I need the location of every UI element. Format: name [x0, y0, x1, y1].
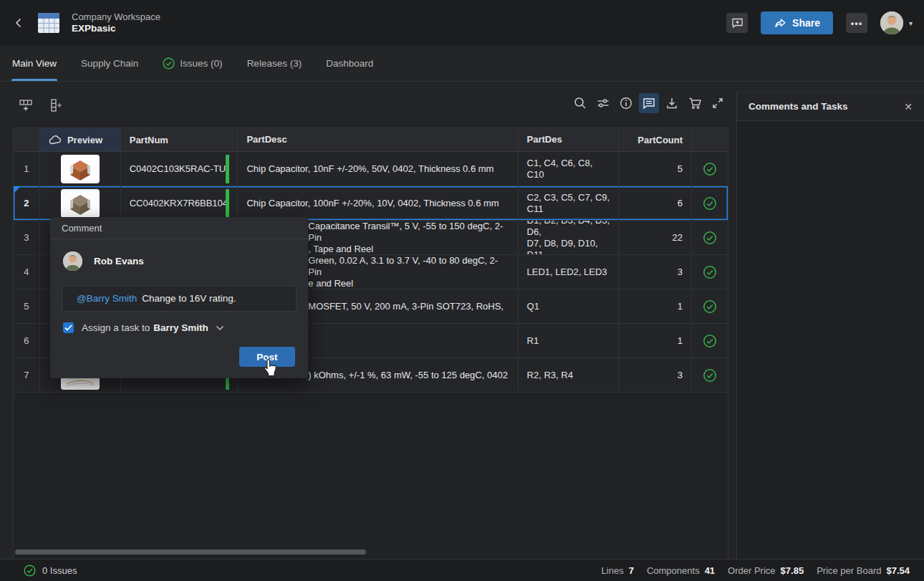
- part-count-cell[interactable]: 5: [619, 152, 692, 186]
- check-circle-icon: [703, 231, 717, 245]
- filter-button[interactable]: [593, 93, 613, 113]
- part-description-cell[interactable]: Chip Capacitor, 100nF +/-20%, 10V, 0402,…: [238, 186, 518, 220]
- download-button[interactable]: [662, 93, 682, 113]
- header-row-number[interactable]: [14, 128, 40, 151]
- part-designators-cell[interactable]: C1, C4, C6, C8, C10: [519, 152, 620, 186]
- stat-value: $7.85: [781, 565, 804, 576]
- back-button[interactable]: [6, 10, 32, 36]
- avatar-photo: [880, 11, 903, 34]
- part-number-cell[interactable]: C0402C103K5RAC-TU: [121, 152, 239, 186]
- assign-task-checkbox[interactable]: [63, 322, 74, 333]
- add-column-icon: [48, 97, 64, 113]
- post-button[interactable]: Post: [239, 347, 295, 367]
- add-row-button[interactable]: [16, 95, 36, 115]
- part-designators-cell[interactable]: D1, D2, D3, D4, D5, D6, D7, D8, D9, D10,…: [519, 221, 620, 254]
- stat-value: 41: [705, 565, 715, 576]
- search-button[interactable]: [570, 93, 590, 113]
- part-count-cell[interactable]: 3: [619, 255, 692, 289]
- topbar-actions: Share ••• ▾: [726, 11, 913, 34]
- part-designators-cell[interactable]: R2, R3, R4: [519, 358, 620, 392]
- comment-input[interactable]: @Barry Smith Change to 16V rating.: [62, 285, 297, 312]
- stat-label: Lines: [602, 565, 624, 576]
- comment-text: Change to 16V rating.: [142, 293, 236, 304]
- close-panel-button[interactable]: ✕: [904, 101, 913, 112]
- info-icon: [619, 96, 633, 110]
- header-partcount[interactable]: PartCount: [619, 128, 692, 151]
- search-icon: [573, 96, 587, 110]
- row-number: 1: [14, 152, 40, 186]
- comment-add-icon: [731, 17, 743, 29]
- header-partnum[interactable]: PartNum: [121, 128, 239, 151]
- row-check-cell[interactable]: [692, 221, 728, 254]
- add-comment-button[interactable]: [726, 13, 748, 33]
- header-partdes[interactable]: PartDes: [519, 128, 620, 151]
- part-count-cell[interactable]: 1: [619, 289, 692, 323]
- mention-link[interactable]: @Barry Smith: [77, 293, 137, 304]
- part-preview-cell[interactable]: [40, 152, 121, 186]
- assignee-dropdown[interactable]: [216, 325, 224, 331]
- more-options-button[interactable]: •••: [846, 13, 867, 33]
- comments-button[interactable]: [639, 93, 659, 113]
- stat-price-per-board: Price per Board$7.54: [817, 565, 910, 576]
- tab-issues[interactable]: Issues (0): [162, 46, 223, 81]
- issues-summary[interactable]: 0 Issues: [24, 565, 77, 577]
- header-status[interactable]: [692, 128, 728, 151]
- part-preview-image: [61, 155, 100, 183]
- header-preview[interactable]: Preview: [40, 128, 121, 151]
- check-circle-icon: [703, 196, 717, 211]
- tab-label: Supply Chain: [81, 58, 138, 69]
- user-avatar[interactable]: [880, 11, 903, 34]
- check-circle-icon: [24, 565, 36, 577]
- part-count-cell[interactable]: 1: [619, 324, 692, 357]
- part-preview-cell[interactable]: [40, 186, 121, 220]
- row-check-cell[interactable]: [692, 186, 728, 220]
- row-number: 4: [14, 255, 40, 289]
- table-row[interactable]: 2CC0402KRX7R6BB104Chip Capacitor, 100nF …: [14, 186, 728, 221]
- stat-components: Components41: [647, 565, 715, 576]
- checkmark-icon: [64, 325, 72, 331]
- row-check-cell[interactable]: [692, 152, 728, 186]
- part-count-cell[interactable]: 6: [619, 186, 692, 220]
- part-count-cell[interactable]: 22: [619, 221, 692, 254]
- table-row[interactable]: 1C0402C103K5RAC-TUChip Capacitor, 10nF +…: [14, 152, 728, 186]
- toolbar-right: [570, 93, 728, 113]
- comment-author: Rob Evans: [63, 251, 144, 271]
- part-designators-cell[interactable]: C2, C3, C5, C7, C9, C11: [519, 186, 620, 220]
- row-check-cell[interactable]: [692, 358, 728, 392]
- stat-lines: Lines7: [602, 565, 634, 576]
- tab-dashboard[interactable]: Dashboard: [325, 46, 374, 81]
- share-label: Share: [792, 17, 820, 29]
- workspace-logo[interactable]: [37, 12, 60, 34]
- horizontal-scrollbar[interactable]: [15, 549, 366, 554]
- part-designators-cell[interactable]: Q1: [519, 289, 620, 323]
- tab-label: Dashboard: [326, 58, 373, 69]
- add-column-button[interactable]: [46, 95, 66, 115]
- header-partdesc[interactable]: PartDesc: [238, 128, 518, 151]
- account-menu-caret[interactable]: ▾: [909, 19, 913, 27]
- share-arrow-icon: [774, 17, 786, 29]
- row-check-cell[interactable]: [692, 289, 728, 323]
- part-preview-image: [61, 189, 100, 218]
- tab-supply-chain[interactable]: Supply Chain: [80, 46, 139, 81]
- cart-icon: [688, 96, 703, 110]
- part-number-cell[interactable]: CC0402KRX7R6BB104: [121, 186, 239, 220]
- row-number: 5: [14, 289, 40, 323]
- check-circle-icon: [703, 265, 717, 279]
- row-check-cell[interactable]: [692, 324, 728, 357]
- row-check-cell[interactable]: [692, 255, 728, 289]
- part-designators-cell[interactable]: LED1, LED2, LED3: [519, 255, 620, 289]
- tab-main-view[interactable]: Main View: [11, 46, 57, 81]
- status-green-bar: [226, 155, 229, 183]
- row-number: 6: [14, 324, 40, 357]
- cart-button[interactable]: [685, 93, 705, 113]
- part-description-cell[interactable]: Chip Capacitor, 10nF +/-20%, 50V, 0402, …: [238, 152, 518, 186]
- share-button[interactable]: Share: [761, 11, 833, 34]
- top-bar: Company Workspace EXPbasic Share •••: [0, 0, 924, 46]
- author-name: Rob Evans: [94, 256, 144, 267]
- tab-releases[interactable]: Releases (3): [246, 46, 303, 81]
- part-designators-cell[interactable]: R1: [519, 324, 620, 357]
- info-button[interactable]: [616, 93, 636, 113]
- fullscreen-button[interactable]: [708, 93, 728, 113]
- part-count-cell[interactable]: 3: [619, 358, 692, 392]
- check-circle-icon: [703, 299, 717, 314]
